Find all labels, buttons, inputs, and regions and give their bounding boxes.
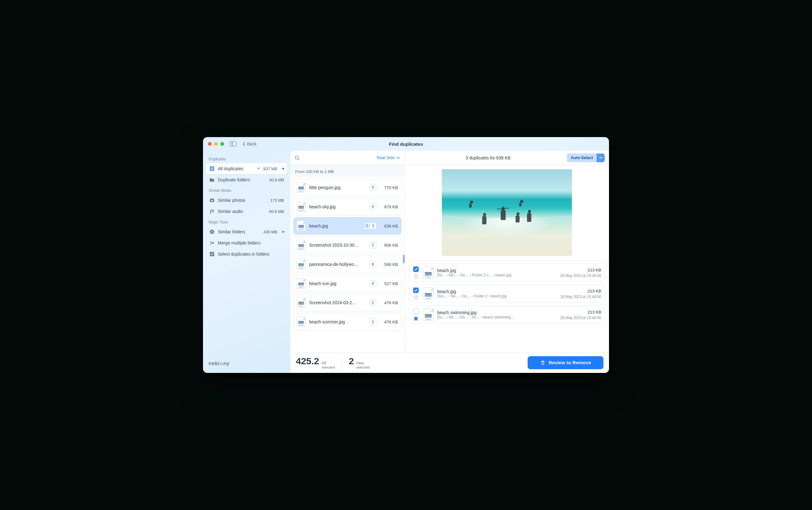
chevron-left-icon xyxy=(242,142,246,146)
count-badge: 5 xyxy=(370,184,376,191)
auto-select-control: Auto Select xyxy=(567,153,605,162)
preview-area xyxy=(405,165,609,261)
app-body: DuplicatesAll duplicates837 MBDuplicate … xyxy=(203,151,609,373)
file-type-icon: JPEG xyxy=(297,201,306,212)
sidebar-item-similar-audio[interactable]: Similar audio90.6 MB xyxy=(206,206,287,217)
duplicate-name: beach swimming.jpg xyxy=(437,310,556,315)
duplicate-row: JPEGbeach.jpgDo…›Ne…›Du…›Folder 2 c…›bea… xyxy=(409,264,605,282)
duplicate-date: 26 May 2023 at 15:46:00 xyxy=(560,316,601,320)
duplicate-size: 213 KB xyxy=(560,289,601,293)
sidebar-item-duplicate-folders[interactable]: Duplicate folders30.8 MB xyxy=(206,174,287,186)
count-badge: 2 xyxy=(370,318,376,325)
selected-files-label: selected xyxy=(356,365,370,369)
duplicates-summary: 3 duplicates for 638 KB xyxy=(409,155,567,160)
file-size: 478 KB xyxy=(380,301,398,305)
sidebar-item-similar-photos[interactable]: Similar photos173 MB xyxy=(206,195,287,206)
file-row[interactable]: JPEGbeach-summer.jpg2478 KB xyxy=(293,313,401,331)
star-icon[interactable] xyxy=(413,295,418,300)
music-icon xyxy=(209,208,215,214)
file-size: 679 KB xyxy=(380,204,398,209)
selected-size-label: selected xyxy=(321,365,335,369)
check-icon xyxy=(209,251,215,257)
scrollbar-thumb[interactable] xyxy=(403,255,405,263)
count-badge: 4 xyxy=(370,280,376,287)
file-name: Screenshot 2023-10-30… xyxy=(309,243,366,248)
search-icon[interactable] xyxy=(295,155,299,160)
sidebar-item-merge-folders[interactable]: Merge multiple folders xyxy=(206,237,287,249)
file-name: Screenshot 2024-03-2… xyxy=(309,300,366,305)
auto-select-dropdown[interactable] xyxy=(597,153,605,162)
select-checkbox[interactable] xyxy=(413,287,419,293)
file-row[interactable]: JPEGbeach.jpg23638 KB xyxy=(293,217,401,234)
app-window: Back Find duplicates DuplicatesAll dupli… xyxy=(203,137,609,373)
count-badge: 2 xyxy=(370,242,376,249)
selected-size-unit: KB xyxy=(321,361,335,365)
duplicate-size: 213 KB xyxy=(560,310,601,314)
file-row[interactable]: JPEGScreenshot 2023-10-30…2606 KB xyxy=(293,236,401,254)
duplicate-name: beach.jpg xyxy=(437,289,556,294)
sidebar-item-value: 173 MB xyxy=(270,198,284,203)
duplicate-name: beach.jpg xyxy=(437,268,556,273)
svg-rect-6 xyxy=(211,198,213,199)
zoom-window[interactable] xyxy=(220,142,224,146)
file-type-icon: JPEG xyxy=(423,309,434,321)
selected-files-stat: 2 Files selected xyxy=(349,356,377,370)
file-name: beach.jpg xyxy=(309,223,360,228)
close-window[interactable] xyxy=(208,142,212,146)
chevron-down-icon xyxy=(257,166,260,171)
sort-button[interactable]: Total Size xyxy=(376,155,400,160)
titlebar: Back Find duplicates xyxy=(203,137,609,151)
brand-o-icon xyxy=(220,363,223,365)
file-size: 606 KB xyxy=(380,243,398,248)
count-badge: 23 xyxy=(364,223,376,229)
file-list[interactable]: JPEGlittle penguin.jpg5770 KBJPEGbeach-s… xyxy=(290,177,404,352)
auto-select-button[interactable]: Auto Select xyxy=(567,153,597,162)
duplicate-date: 26 May 2023 at 15:46:00 xyxy=(560,294,601,299)
sidebar-item-all-duplicates[interactable]: All duplicates837 MB xyxy=(206,163,287,174)
attention-dot-icon xyxy=(282,231,284,233)
preview-image xyxy=(442,169,572,256)
main-top: Total Size From 100 KB to 1 MB JPEGlittl… xyxy=(290,151,609,352)
back-button[interactable]: Back xyxy=(242,141,257,146)
sidebar-item-label: All duplicates xyxy=(218,166,255,171)
file-name: beach-sky.jpg xyxy=(309,204,366,209)
file-row[interactable]: JPEGpanoramica-de-hollywo…8588 KB xyxy=(293,256,401,273)
sidebar-section-label: Magic Tools xyxy=(206,217,287,226)
duplicate-path: Do…›Ne…›Du…›Im…›beach swimming… xyxy=(437,315,556,319)
sidebar-item-value: 30.8 MB xyxy=(269,178,284,182)
review-label: Review to Remove xyxy=(549,360,591,366)
duplicate-row: JPEGbeach swimming.jpgDo…›Ne…›Du…›Im…›be… xyxy=(409,306,605,324)
duplicate-size: 213 KB xyxy=(560,268,601,272)
star-icon[interactable] xyxy=(413,316,418,321)
file-row[interactable]: JPEGbeach-sky.jpg5679 KB xyxy=(293,198,401,216)
select-checkbox[interactable] xyxy=(413,266,419,272)
review-to-remove-button[interactable]: Review to Remove xyxy=(528,356,603,369)
file-type-icon: JPEG xyxy=(297,278,306,289)
sidebar-toggle-icon[interactable] xyxy=(230,141,236,146)
minimize-window[interactable] xyxy=(214,142,218,146)
sidebar-item-select-dups[interactable]: Select duplicates in folders xyxy=(206,249,287,260)
select-checkbox[interactable] xyxy=(413,309,419,314)
selected-files-value: 2 xyxy=(349,356,354,366)
file-row[interactable]: PNGScreenshot 2024-03-2…2478 KB xyxy=(293,294,401,311)
sort-label: Total Size xyxy=(376,155,395,160)
brand-logo: nektny xyxy=(206,358,287,369)
detail-header: 3 duplicates for 638 KB Auto Select xyxy=(405,151,609,165)
file-size: 770 KB xyxy=(380,186,398,190)
merge-icon xyxy=(209,240,215,246)
file-type-icon: JPEG xyxy=(297,259,306,270)
file-size: 478 KB xyxy=(380,320,398,324)
main-panel: Total Size From 100 KB to 1 MB JPEGlittl… xyxy=(290,151,609,373)
chevron-down-icon xyxy=(397,156,400,160)
sidebar-item-label: Duplicate folders xyxy=(218,177,266,182)
duplicate-date: 26 May 2023 at 15:46:00 xyxy=(560,274,601,278)
sidebar-section-label: Duplicates xyxy=(206,154,287,163)
sidebar-item-similar-folders[interactable]: Similar folders436 MB xyxy=(206,226,287,237)
file-size: 638 KB xyxy=(380,224,398,228)
file-row[interactable]: JPEGbeach-sun.jpg4527 KB xyxy=(293,275,401,292)
file-row[interactable]: JPEGlittle penguin.jpg5770 KB xyxy=(293,179,401,196)
svg-rect-1 xyxy=(210,167,213,168)
sidebar-item-label: Select duplicates in folders xyxy=(218,252,284,257)
file-type-icon: JPEG xyxy=(297,317,306,327)
star-icon[interactable] xyxy=(413,274,418,279)
